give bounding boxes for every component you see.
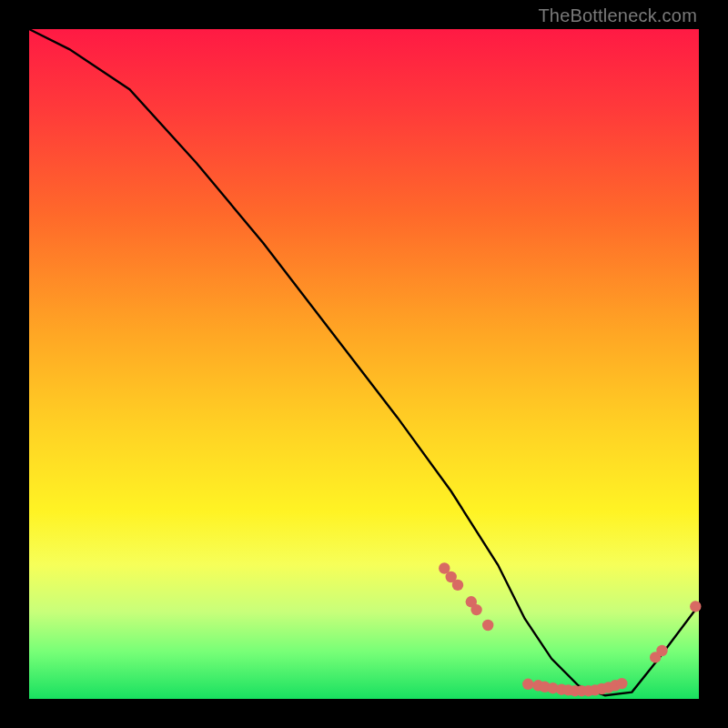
data-point: [452, 580, 463, 591]
data-point: [656, 645, 667, 656]
plot-area: [29, 29, 699, 699]
data-point: [522, 679, 533, 690]
data-point: [482, 620, 493, 631]
chart-stage: TheBottleneck.com: [0, 0, 728, 728]
data-point: [470, 604, 481, 615]
data-point: [616, 678, 627, 689]
chart-svg: [29, 29, 699, 699]
data-point: [690, 601, 701, 612]
curve-line: [29, 29, 699, 695]
watermark-text: TheBottleneck.com: [538, 5, 697, 26]
